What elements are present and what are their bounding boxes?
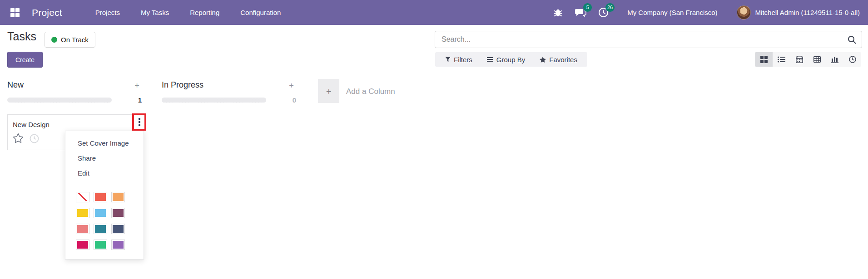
view-kanban-button[interactable] bbox=[755, 52, 773, 67]
view-switcher bbox=[755, 52, 861, 67]
status-label: On Track bbox=[61, 36, 89, 44]
view-list-button[interactable] bbox=[773, 52, 790, 67]
activity-clock-icon[interactable] bbox=[30, 134, 39, 143]
menu-edit[interactable]: Edit bbox=[65, 166, 144, 181]
kanban-icon bbox=[760, 56, 768, 63]
color-swatch-purple[interactable] bbox=[111, 240, 125, 250]
column-name: New bbox=[7, 80, 24, 90]
create-button[interactable]: Create bbox=[7, 52, 43, 68]
color-swatch-red[interactable] bbox=[94, 192, 107, 202]
color-swatch-teal[interactable] bbox=[94, 224, 107, 234]
card-context-menu: Set Cover Image Share Edit bbox=[65, 131, 144, 259]
company-switcher[interactable]: My Company (San Francisco) bbox=[627, 9, 717, 16]
status-button[interactable]: On Track bbox=[45, 32, 95, 48]
view-activity-button[interactable] bbox=[843, 52, 861, 67]
menu-my-tasks[interactable]: My Tasks bbox=[130, 0, 179, 25]
app-title: Project bbox=[32, 7, 62, 18]
view-calendar-button[interactable] bbox=[790, 52, 808, 67]
color-swatch-salmon[interactable] bbox=[76, 224, 89, 234]
activities-icon[interactable]: 26 bbox=[597, 7, 609, 19]
graph-icon bbox=[831, 56, 838, 63]
top-menu: Projects My Tasks Reporting Configuratio… bbox=[85, 0, 292, 25]
progress-bar[interactable] bbox=[7, 98, 112, 103]
color-swatch-yellow[interactable] bbox=[76, 208, 89, 218]
calendar-icon bbox=[796, 56, 803, 63]
top-right-cluster: 5 26 My Company (San Francisco) Mitchell… bbox=[541, 5, 860, 20]
color-swatch-lightblue[interactable] bbox=[94, 208, 107, 218]
pivot-icon bbox=[813, 56, 821, 63]
menu-projects[interactable]: Projects bbox=[85, 0, 130, 25]
column-new-header: New ＋ bbox=[7, 80, 142, 90]
user-avatar[interactable] bbox=[737, 5, 751, 20]
column-name: In Progress bbox=[162, 80, 203, 90]
column-count: 0 bbox=[293, 96, 296, 104]
status-dot bbox=[51, 37, 57, 43]
bug-icon[interactable] bbox=[552, 7, 564, 19]
color-swatch-darkblue[interactable] bbox=[111, 224, 125, 234]
column-count: 1 bbox=[138, 96, 142, 104]
view-graph-button[interactable] bbox=[826, 52, 843, 67]
activity-clock-icon bbox=[849, 56, 856, 63]
color-swatch-none[interactable] bbox=[76, 192, 89, 202]
search-icon[interactable] bbox=[848, 35, 856, 44]
color-swatch-green[interactable] bbox=[94, 240, 107, 250]
color-palette bbox=[65, 184, 144, 250]
apps-menu-icon[interactable] bbox=[9, 7, 21, 19]
star-icon[interactable] bbox=[13, 133, 24, 143]
search-input[interactable] bbox=[435, 35, 848, 44]
menu-configuration[interactable]: Configuration bbox=[230, 0, 291, 25]
activities-badge: 26 bbox=[605, 3, 615, 12]
page-title: Tasks bbox=[7, 30, 36, 43]
user-name[interactable]: Mitchell Admin (11249511-15-0-all) bbox=[755, 9, 860, 16]
column-new-progress: 1 bbox=[7, 96, 142, 104]
menu-reporting[interactable]: Reporting bbox=[179, 0, 230, 25]
add-column-button[interactable]: ＋ bbox=[318, 79, 339, 103]
color-swatch-magenta[interactable] bbox=[76, 240, 89, 250]
messages-badge: 5 bbox=[583, 3, 592, 12]
favorites-star-icon bbox=[540, 57, 546, 63]
menu-set-cover-image[interactable]: Set Cover Image bbox=[65, 136, 144, 151]
search-box bbox=[435, 31, 862, 48]
add-column-label[interactable]: Add a Column bbox=[346, 87, 395, 96]
view-pivot-button[interactable] bbox=[808, 52, 826, 67]
favorites-button[interactable]: Favorites bbox=[532, 52, 585, 67]
messages-icon[interactable]: 5 bbox=[575, 7, 586, 19]
card-kebab-menu-button[interactable] bbox=[132, 113, 146, 131]
top-navbar: Project Projects My Tasks Reporting Conf… bbox=[0, 0, 868, 25]
task-card-title: New Design bbox=[13, 121, 50, 128]
filters-button[interactable]: Filters bbox=[438, 52, 480, 67]
color-swatch-darkpurple[interactable] bbox=[111, 208, 125, 218]
add-task-icon[interactable]: ＋ bbox=[132, 80, 142, 90]
column-inprogress-header: In Progress ＋ bbox=[162, 80, 296, 90]
add-task-icon[interactable]: ＋ bbox=[287, 80, 296, 90]
group-by-icon bbox=[487, 57, 493, 62]
menu-share[interactable]: Share bbox=[65, 151, 144, 166]
kebab-icon bbox=[139, 118, 140, 126]
group-by-button[interactable]: Group By bbox=[480, 52, 532, 67]
column-inprogress-progress: 0 bbox=[162, 96, 296, 104]
list-icon bbox=[778, 56, 785, 63]
progress-bar[interactable] bbox=[162, 98, 266, 103]
filter-icon bbox=[445, 57, 451, 62]
search-options-bar: Filters Group By Favorites bbox=[435, 52, 587, 67]
color-swatch-orange[interactable] bbox=[111, 192, 125, 202]
